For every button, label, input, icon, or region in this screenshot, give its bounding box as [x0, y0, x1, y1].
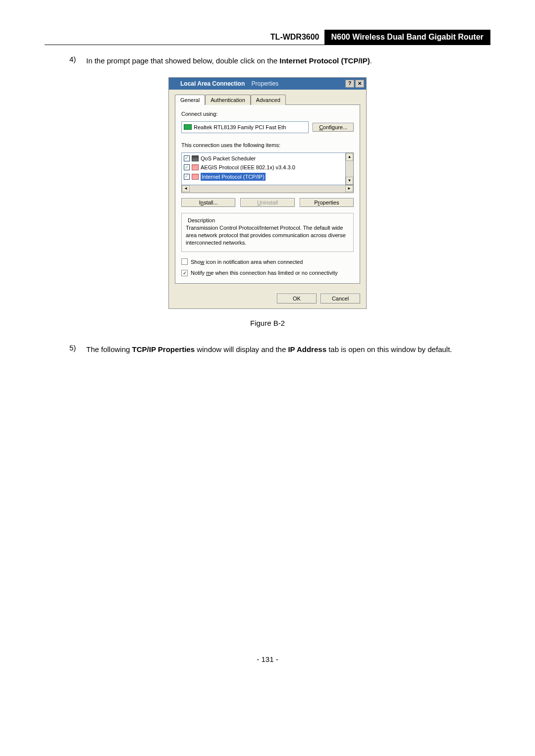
tab-strip: General Authentication Advanced — [175, 95, 360, 105]
step-4: 4) In the prompt page that showed below,… — [69, 54, 466, 68]
properties-button[interactable]: Properties — [300, 198, 354, 207]
adapter-field[interactable]: Realtek RTL8139 Family PCI Fast Eth — [181, 121, 309, 134]
scroll-right-icon[interactable]: ► — [345, 185, 353, 192]
description-text: Transmission Control Protocol/Internet P… — [186, 224, 349, 247]
item-label: Internet Protocol (TCP/IP) — [201, 173, 266, 181]
step-body: The following TCP/IP Properties window w… — [86, 343, 466, 357]
step-5: 5) The following TCP/IP Properties windo… — [69, 343, 466, 357]
cfg: onfigure... — [323, 124, 347, 130]
dialog-title: Local Area Connection Properties — [180, 79, 344, 88]
items-listbox-wrap: ✓ QoS Packet Scheduler ✓ AEGIS Protocol … — [181, 152, 354, 185]
page-content: 4) In the prompt page that showed below,… — [45, 54, 490, 665]
connect-using-label: Connect using: — [181, 110, 354, 118]
item-label: QoS Packet Scheduler — [201, 154, 256, 163]
cancel-button[interactable]: Cancel — [321, 294, 360, 303]
nic-icon — [184, 124, 192, 130]
scroll-left-icon[interactable]: ◄ — [182, 185, 190, 192]
t: IP Address — [288, 345, 326, 353]
list-item-selected[interactable]: ✓ Internet Protocol (TCP/IP) — [183, 172, 344, 182]
checkbox-icon[interactable]: ✓ — [184, 174, 190, 180]
configure-button[interactable]: Configure... — [313, 123, 354, 132]
header-model: TL-WDR3600 — [266, 30, 324, 45]
item-label: AEGIS Protocol (IEEE 802.1x) v3.4.3.0 — [201, 163, 295, 172]
step-text-pre: In the prompt page that showed below, do… — [86, 56, 279, 65]
t: The following — [86, 345, 132, 353]
scroll-up-icon[interactable]: ▲ — [346, 153, 353, 161]
header-spacer — [45, 30, 266, 45]
dialog-body: General Authentication Advanced Connect … — [169, 90, 366, 289]
figure-caption: Figure B-2 — [69, 318, 466, 329]
step-text-bold: Internet Protocol (TCP/IP) — [279, 56, 370, 65]
checkbox-checked[interactable]: ✓ — [181, 270, 188, 276]
header-description: N600 Wireless Dual Band Gigabit Router — [324, 30, 490, 45]
list-item[interactable]: ✓ AEGIS Protocol (IEEE 802.1x) v3.4.3.0 — [183, 163, 344, 172]
install-button[interactable]: Install... — [181, 198, 235, 207]
uninstall-button: Uninstall — [240, 198, 294, 207]
page-header: TL-WDR3600 N600 Wireless Dual Band Gigab… — [45, 30, 490, 45]
adapter-name: Realtek RTL8139 Family PCI Fast Eth — [194, 123, 286, 132]
close-button[interactable]: ✕ — [355, 80, 364, 88]
tab-advanced[interactable]: Advanced — [251, 95, 286, 105]
tab-authentication[interactable]: Authentication — [205, 95, 251, 105]
step-body: In the prompt page that showed below, do… — [86, 54, 466, 68]
show-icon-label: Show icon in notification area when conn… — [191, 258, 303, 266]
step-number: 4) — [69, 54, 86, 68]
scroll-track[interactable] — [346, 161, 353, 177]
list-item[interactable]: ✓ QoS Packet Scheduler — [183, 154, 344, 163]
dialog-titlebar: Local Area Connection Properties ? ✕ — [169, 78, 366, 90]
t: TCP/IP Properties — [132, 345, 195, 353]
step-text-post: . — [370, 56, 372, 65]
checkbox-icon[interactable]: ✓ — [184, 164, 190, 170]
checkbox-unchecked[interactable] — [181, 258, 188, 265]
notify-label: Notify me when this connection has limit… — [191, 269, 338, 277]
t: tab is open on this window by default. — [328, 345, 452, 353]
tab-panel-general: Connect using: Realtek RTL8139 Family PC… — [175, 104, 360, 284]
ok-button[interactable]: OK — [277, 294, 317, 303]
scroll-down-icon[interactable]: ▼ — [346, 177, 353, 185]
tab-general[interactable]: General — [175, 95, 205, 105]
protocol-icon — [192, 174, 199, 180]
show-icon-row[interactable]: Show icon in notification area when conn… — [181, 258, 354, 266]
scroll-track[interactable] — [190, 185, 345, 193]
dialog-title-properties: Properties — [252, 80, 279, 87]
items-listbox[interactable]: ✓ QoS Packet Scheduler ✓ AEGIS Protocol … — [181, 152, 346, 185]
connection-icon — [171, 80, 178, 87]
description-fieldset: Description Transmission Control Protoco… — [181, 213, 354, 252]
page-number: - 131 - — [69, 654, 466, 665]
properties-dialog: Local Area Connection Properties ? ✕ Gen… — [168, 77, 367, 309]
notify-row[interactable]: ✓ Notify me when this connection has lim… — [181, 269, 354, 277]
protocol-icon — [192, 164, 199, 170]
dialog-title-main: Local Area Connection — [180, 80, 245, 87]
item-buttons: Install... Uninstall Properties — [181, 198, 354, 207]
t: window will display and the — [197, 345, 288, 353]
horizontal-scrollbar[interactable]: ◄ ► — [181, 185, 354, 193]
description-legend: Description — [186, 216, 217, 225]
adapter-row: Realtek RTL8139 Family PCI Fast Eth Conf… — [181, 121, 354, 134]
step-number: 5) — [69, 343, 86, 357]
dialog-footer: OK Cancel — [169, 289, 366, 308]
items-label: This connection uses the following items… — [181, 141, 354, 150]
vertical-scrollbar[interactable]: ▲ ▼ — [346, 152, 354, 185]
service-icon — [192, 155, 199, 161]
checkbox-icon[interactable]: ✓ — [184, 155, 190, 161]
help-button[interactable]: ? — [345, 80, 354, 88]
